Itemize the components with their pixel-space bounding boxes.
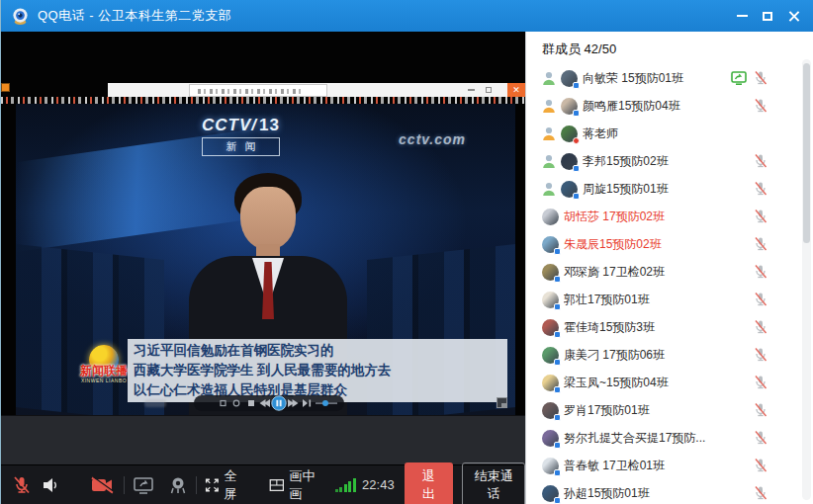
picture-in-picture-button[interactable]: 画中画 (269, 470, 321, 500)
presence-icon (542, 71, 556, 86)
mic-muted-icon[interactable] (753, 292, 768, 307)
shared-screen-favicon (1, 83, 10, 92)
minimize-icon (737, 15, 748, 17)
maximize-icon (763, 12, 772, 21)
mic-muted-icon[interactable] (753, 70, 768, 86)
member-row[interactable]: 胡恬莎 17预防02班 (526, 203, 813, 230)
member-name: 郭壮17预防01班 (564, 292, 747, 308)
member-row[interactable]: 罗肖17预防01班 (526, 396, 813, 424)
member-sidebar: 群成员 42/50 向敏荣 15预防01班 (525, 32, 813, 504)
toolbar-separator (196, 476, 197, 494)
video-player-controls (194, 395, 344, 415)
cctv-com-watermark: cctv.com (399, 131, 466, 147)
tv-frame: CCTV/13 新闻 cctv.com 新闻联播 XINWEN LIANBO 习… (16, 104, 515, 415)
sidebar-scrollbar[interactable] (802, 59, 811, 500)
member-row[interactable]: 孙超15预防01班 (526, 479, 813, 504)
avatar (561, 181, 578, 198)
member-name: 周旋15预防01班 (583, 181, 747, 198)
minimize-button[interactable] (729, 0, 755, 32)
window-title: QQ电话 - 公卫本科生第二党支部 (38, 7, 231, 25)
member-row[interactable]: 霍佳琦15预防3班 (526, 313, 813, 341)
shared-page-background (1, 415, 525, 464)
avatar-badge (573, 165, 580, 172)
projector-icon (168, 475, 188, 495)
mic-muted-icon[interactable] (753, 402, 768, 418)
member-row[interactable]: 李邦15预防02班 (526, 147, 813, 175)
mic-muted-icon[interactable] (753, 98, 768, 114)
qq-call-app-icon (11, 7, 30, 26)
mic-muted-icon[interactable] (753, 347, 768, 363)
speaker-icon (41, 475, 60, 495)
mic-muted-icon[interactable] (753, 181, 768, 197)
camera-off-button[interactable] (90, 470, 116, 500)
member-row[interactable]: 周旋15预防01班 (526, 175, 813, 203)
mic-muted-icon[interactable] (753, 375, 768, 390)
avatar (542, 292, 559, 308)
speaker-button[interactable] (41, 470, 60, 500)
pip-grid-icon (269, 477, 285, 493)
xinwen-lianbo-badge: 新闻联播 XINWEN LIANBO (79, 345, 129, 400)
avatar (542, 375, 559, 391)
presentation-button[interactable] (168, 470, 188, 500)
shared-close-icon: ✕ (507, 83, 525, 97)
mic-muted-icon[interactable] (753, 430, 768, 446)
player-stop-icon (248, 400, 254, 406)
shared-minimize-icon (464, 83, 478, 97)
screen-share-button[interactable] (133, 470, 154, 500)
mic-muted-icon[interactable] (753, 236, 768, 252)
member-row[interactable]: 努尔扎提艾合买提17预防... (526, 424, 813, 452)
scrollbar-thumb[interactable] (803, 63, 810, 243)
player-time-text (144, 399, 166, 407)
player-pause-button (272, 396, 286, 410)
member-row[interactable]: 蒋老师 (526, 120, 813, 147)
avatar (542, 319, 559, 336)
member-name: 罗肖17预防01班 (564, 402, 747, 419)
member-name: 孙超15预防01班 (564, 485, 747, 502)
member-name: 胡恬莎 17预防02班 (564, 209, 747, 225)
mic-muted-icon[interactable] (753, 209, 768, 224)
maximize-button[interactable] (755, 0, 780, 32)
end-call-button[interactable]: 结束通话 (462, 462, 525, 504)
member-row[interactable]: 康美刁 17预防06班 (526, 341, 813, 369)
exit-button[interactable]: 退出 (405, 462, 454, 504)
mic-muted-icon[interactable] (753, 264, 768, 280)
avatar (542, 264, 559, 281)
member-row[interactable]: 邓琛旖 17卫检02班 (526, 258, 813, 286)
shared-browser-tab (189, 84, 327, 97)
member-row[interactable]: 朱晟辰15预防02班 (526, 230, 813, 258)
avatar (561, 98, 578, 115)
avatar-badge (554, 414, 561, 421)
close-button[interactable] (780, 0, 806, 32)
mic-muted-icon[interactable] (753, 153, 768, 169)
main-area: ✕ CCTV/13 新闻 cctv.com 新闻联 (1, 32, 525, 504)
member-name: 霍佳琦15预防3班 (564, 319, 747, 336)
member-name: 邓琛旖 17卫检02班 (564, 264, 747, 281)
mic-muted-icon[interactable] (753, 458, 768, 473)
member-name: 康美刁 17预防06班 (564, 347, 747, 364)
member-row[interactable]: 郭壮17预防01班 (526, 286, 813, 313)
shared-browser-titlebar: ✕ (108, 83, 525, 97)
avatar (561, 70, 578, 87)
member-row[interactable]: 颜鸣雁15预防04班 (526, 92, 813, 120)
avatar-badge (554, 469, 561, 476)
mic-muted-icon[interactable] (753, 485, 768, 501)
qq-call-window: QQ电话 - 公卫本科生第二党支部 ✕ CCTV/13 (0, 0, 813, 504)
microphone-muted-button[interactable] (11, 470, 33, 500)
shared-maximize-icon (482, 83, 496, 97)
avatar (542, 458, 559, 474)
member-row[interactable]: 梁玉凤~15预防04班 (526, 369, 813, 396)
presence-icon (542, 154, 556, 169)
member-count-header: 群成员 42/50 (526, 32, 813, 64)
member-row[interactable]: 普春敏 17卫检01班 (526, 452, 813, 479)
shared-screen-video[interactable]: ✕ CCTV/13 新闻 cctv.com 新闻联 (1, 32, 525, 464)
mic-muted-icon[interactable] (753, 319, 768, 335)
avatar (561, 126, 578, 142)
fullscreen-button[interactable]: 全屏 (205, 470, 245, 500)
avatar-badge (554, 331, 561, 338)
avatar-badge (554, 276, 561, 283)
avatar-badge (573, 82, 580, 89)
mic-muted-icon (11, 474, 33, 496)
avatar-badge (573, 110, 580, 117)
member-row[interactable]: 向敏荣 15预防01班 (526, 64, 813, 92)
network-signal-icon (335, 478, 358, 492)
